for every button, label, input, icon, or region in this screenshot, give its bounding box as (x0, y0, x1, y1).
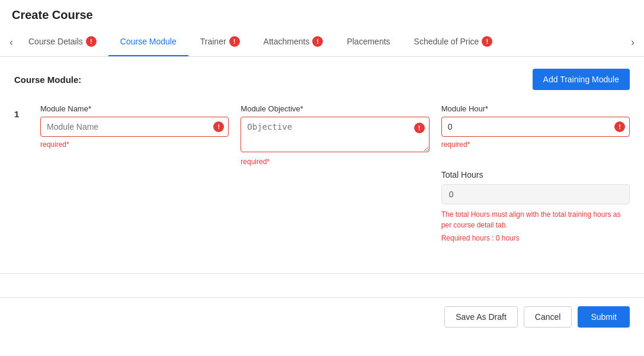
tab-trainer-error-icon: ! (229, 36, 240, 47)
total-hours-required: Required hours : 0 hours (441, 233, 630, 243)
tab-schedule-of-price-label: Schedule of Price (414, 37, 479, 46)
module-objective-label: Module Objective* (241, 104, 429, 113)
add-training-module-button[interactable]: Add Training Module (533, 69, 630, 90)
tab-prev-btn[interactable]: ‹ (6, 31, 17, 53)
tab-course-details-label: Course Details (28, 37, 83, 46)
module-number: 1 (14, 104, 28, 119)
module-name-error-icon: ! (213, 121, 224, 132)
module-hour-input[interactable] (441, 117, 630, 137)
module-name-required: required* (40, 140, 229, 149)
tab-course-module-label: Course Module (120, 37, 177, 46)
page-title: Create Course (0, 0, 644, 28)
tab-trainer[interactable]: Trainer ! (188, 28, 252, 56)
tab-schedule-of-price[interactable]: Schedule of Price ! (402, 28, 505, 56)
section-label: Course Module: (14, 75, 81, 85)
module-hour-label: Module Hour* (441, 104, 630, 113)
save-draft-button[interactable]: Save As Draft (444, 306, 518, 328)
module-name-input[interactable] (40, 117, 229, 137)
module-objective-required: required* (241, 158, 429, 166)
submit-button[interactable]: Submit (578, 306, 630, 328)
total-hours-warning: The total Hours must align with the tota… (441, 209, 630, 230)
total-hours-label: Total Hours (441, 170, 630, 179)
module-name-label: Module Name* (40, 104, 229, 113)
module-hour-error-icon: ! (614, 121, 625, 132)
tab-attachments-error-icon: ! (312, 36, 323, 47)
tab-schedule-of-price-error-icon: ! (482, 36, 492, 47)
module-objective-error-icon: ! (414, 123, 425, 133)
tab-course-module[interactable]: Course Module (108, 28, 188, 56)
module-objective-input[interactable] (241, 117, 429, 152)
tab-attachments-label: Attachments (264, 37, 310, 46)
tab-placements[interactable]: Placements (335, 28, 402, 56)
tab-attachments[interactable]: Attachments ! (252, 28, 335, 56)
tabs-container: ‹ Course Details ! Course Module Trainer… (0, 28, 644, 57)
tab-placements-label: Placements (347, 37, 390, 46)
tab-trainer-label: Trainer (200, 37, 226, 46)
tab-course-details-error-icon: ! (86, 36, 97, 47)
cancel-button[interactable]: Cancel (524, 306, 572, 328)
total-hours-value: 0 (441, 184, 630, 204)
tab-course-details[interactable]: Course Details ! (17, 28, 108, 56)
tab-next-btn[interactable]: › (627, 31, 638, 53)
module-hour-required: required* (441, 140, 630, 149)
